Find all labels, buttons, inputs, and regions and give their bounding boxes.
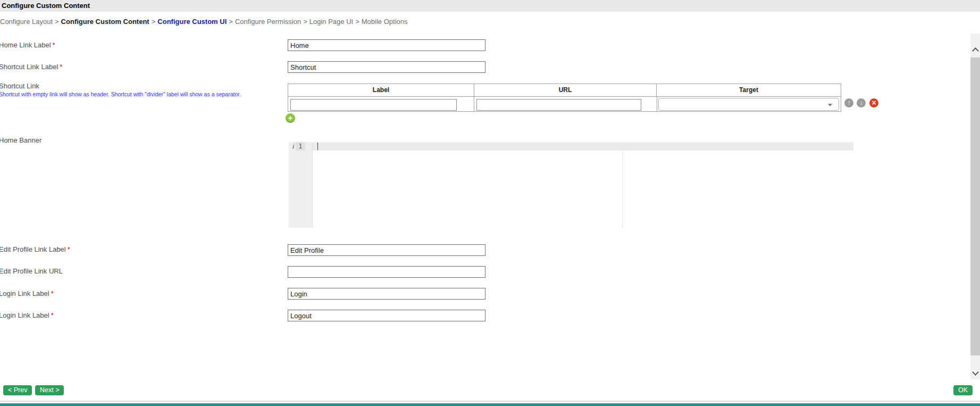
breadcrumb-separator: > bbox=[303, 18, 307, 26]
breadcrumb-separator: > bbox=[229, 18, 233, 26]
required-asterisk: * bbox=[51, 311, 54, 319]
page-title: Configure Custom Content bbox=[0, 0, 980, 12]
shortcut-link-table-header: Label URL Target bbox=[288, 84, 841, 97]
editor-gutter bbox=[289, 142, 313, 228]
editor-fold-marker-icon[interactable]: i bbox=[292, 143, 294, 150]
home-link-label: Home Link Label* bbox=[0, 41, 55, 49]
move-down-button[interactable]: ↓ bbox=[857, 98, 866, 107]
edit-profile-link-url-input[interactable] bbox=[288, 266, 485, 278]
required-asterisk: * bbox=[53, 41, 55, 49]
ok-button[interactable]: OK bbox=[953, 385, 973, 395]
shortcut-link-help-text: Shortcut with empty link will show as he… bbox=[0, 91, 241, 97]
next-button[interactable]: Next > bbox=[35, 385, 64, 395]
editor-line-gutter: i1 bbox=[289, 142, 313, 151]
breadcrumb-item-configure-layout[interactable]: Configure Layout bbox=[0, 18, 53, 26]
home-banner-label: Home Banner bbox=[0, 136, 41, 144]
footer-accent-bar bbox=[0, 403, 980, 406]
breadcrumb: Configure Layout>Configure Custom Conten… bbox=[0, 18, 407, 26]
shortcut-link-table-row bbox=[288, 97, 841, 112]
required-asterisk: * bbox=[60, 63, 62, 71]
arrow-up-icon: ↑ bbox=[848, 99, 851, 106]
scrollbar-down-icon[interactable] bbox=[972, 369, 979, 376]
column-header-target: Target bbox=[657, 84, 841, 96]
shortcut-target-select[interactable] bbox=[658, 98, 839, 111]
edit-profile-link-label-input[interactable] bbox=[288, 244, 485, 256]
editor-content[interactable] bbox=[319, 142, 853, 151]
required-asterisk: * bbox=[68, 245, 70, 253]
plus-icon: + bbox=[288, 113, 293, 122]
edit-profile-link-label: Edit Profile Link Label* bbox=[0, 245, 70, 253]
editor-line-number: 1 bbox=[296, 142, 305, 151]
column-header-label: Label bbox=[288, 84, 474, 96]
shortcut-url-input[interactable] bbox=[476, 99, 641, 111]
shortcut-link-table: Label URL Target bbox=[288, 84, 841, 112]
login-link-label: Login Link Label* bbox=[0, 289, 54, 297]
logout-link-label: Login Link Label* bbox=[0, 311, 54, 319]
arrow-down-icon: ↓ bbox=[860, 99, 863, 106]
move-up-button[interactable]: ↑ bbox=[844, 98, 853, 107]
scrollbar-up-icon[interactable] bbox=[972, 47, 979, 54]
breadcrumb-item-mobile-options[interactable]: Mobile Options bbox=[362, 18, 408, 26]
footer-divider bbox=[0, 401, 980, 402]
close-icon: × bbox=[872, 98, 876, 107]
login-link-label-input[interactable] bbox=[288, 288, 485, 300]
column-divider bbox=[657, 97, 657, 112]
logout-link-label-input[interactable] bbox=[288, 310, 485, 321]
breadcrumb-item-configure-permission[interactable]: Configure Permission bbox=[235, 18, 301, 26]
breadcrumb-separator: > bbox=[355, 18, 359, 26]
prev-button[interactable]: < Prev bbox=[3, 385, 32, 395]
required-asterisk: * bbox=[51, 289, 54, 297]
editor-ruler bbox=[622, 142, 623, 228]
column-header-url: URL bbox=[474, 84, 657, 96]
breadcrumb-item-configure-custom-ui[interactable]: Configure Custom UI bbox=[157, 18, 227, 26]
edit-profile-link-url-label: Edit Profile Link URL bbox=[0, 267, 63, 275]
shortcut-link-label: Shortcut Link Label* bbox=[0, 63, 62, 71]
breadcrumb-item-configure-custom-content[interactable]: Configure Custom Content bbox=[61, 18, 149, 26]
vertical-scrollbar[interactable] bbox=[970, 34, 980, 379]
breadcrumb-separator: > bbox=[152, 18, 156, 26]
breadcrumb-separator: > bbox=[55, 18, 59, 26]
shortcut-link-label-input[interactable] bbox=[288, 61, 485, 73]
home-link-label-input[interactable] bbox=[288, 39, 485, 51]
home-banner-editor[interactable]: i1 bbox=[289, 142, 853, 228]
scrollbar-thumb[interactable] bbox=[970, 57, 980, 355]
shortcut-link-section-label: Shortcut Link bbox=[0, 82, 39, 90]
chevron-down-icon bbox=[828, 104, 832, 106]
breadcrumb-item-login-page-ui[interactable]: Login Page UI bbox=[309, 18, 353, 26]
editor-cursor bbox=[317, 143, 318, 150]
delete-row-button[interactable]: × bbox=[869, 98, 878, 107]
column-divider bbox=[474, 97, 474, 112]
shortcut-label-input[interactable] bbox=[290, 99, 457, 111]
add-row-button[interactable]: + bbox=[286, 113, 295, 123]
